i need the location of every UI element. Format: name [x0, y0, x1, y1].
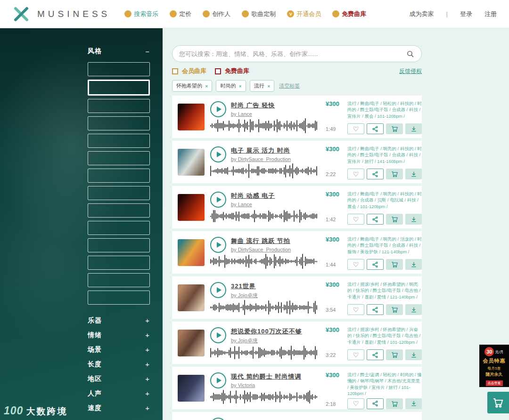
add-to-cart-button[interactable] — [386, 349, 403, 360]
song-artist-link[interactable]: by DirtySauce_Production — [231, 156, 291, 162]
waveform[interactable] — [210, 345, 320, 361]
sidebar-section-toggle[interactable]: 速度 + — [88, 401, 150, 415]
play-button[interactable] — [210, 237, 226, 253]
song-artist-link[interactable]: by Lance — [231, 202, 275, 207]
share-button[interactable] — [367, 349, 384, 360]
sidebar-section-toggle[interactable]: 地区 + — [88, 372, 150, 386]
genre-filter-button[interactable] — [88, 203, 150, 218]
free-library-label[interactable]: 免费曲库 — [225, 67, 249, 75]
share-button[interactable] — [367, 123, 384, 134]
download-button[interactable] — [405, 214, 422, 225]
play-button[interactable] — [210, 101, 226, 117]
genre-filter-button[interactable] — [88, 62, 150, 76]
song-artist-link[interactable]: by DirtySauce_Production — [231, 247, 291, 252]
genre-filter-button[interactable] — [88, 221, 150, 235]
membership-promo-ad[interactable]: 30 元/月 会员特惠 每月5首 随片永久 点击查看 — [479, 345, 509, 387]
waveform[interactable] — [210, 253, 320, 269]
song-tags[interactable]: 流行 / 爵士/蓝调 / 轻松的 / 时尚的 / 慵懒的 / 钢琴/电钢琴 / … — [347, 372, 422, 397]
add-to-cart-button[interactable] — [386, 304, 403, 315]
favorite-button[interactable]: ♡ — [347, 123, 364, 134]
filter-tag[interactable]: 流行 × — [250, 80, 274, 92]
play-button[interactable] — [210, 146, 226, 162]
nav-item[interactable]: 歌曲定制 — [242, 10, 276, 18]
download-button[interactable] — [405, 398, 422, 409]
sidebar-section-toggle[interactable]: 场景 + — [88, 342, 150, 357]
song-title-link[interactable]: 时尚 动感 电子 — [231, 192, 275, 200]
song-tags[interactable]: 流行 / 舞曲/电子 / 明亮的 / 科技的 / 时尚的 / 爵士鼓/电子鼓 /… — [347, 145, 422, 166]
song-artist-link[interactable]: by Victoria — [231, 382, 301, 388]
sidebar-section-toggle[interactable]: 情绪 + — [88, 328, 150, 342]
genre-filter-button[interactable] — [88, 186, 150, 200]
nav-item[interactable]: 免费曲库 — [332, 10, 366, 18]
download-button[interactable] — [405, 123, 422, 134]
search-input[interactable] — [179, 50, 405, 57]
favorite-button[interactable]: ♡ — [347, 214, 364, 225]
nav-item[interactable]: 定价 — [170, 10, 191, 18]
genre-filter-button[interactable] — [88, 273, 150, 287]
register-link[interactable]: 注册 — [484, 10, 497, 18]
download-button[interactable] — [405, 169, 422, 179]
add-to-cart-button[interactable] — [386, 259, 403, 270]
search-button[interactable] — [405, 49, 415, 58]
song-title-link[interactable]: 现代 简约爵士 时尚情调 — [231, 372, 301, 381]
share-button[interactable] — [367, 169, 384, 179]
waveform[interactable] — [210, 389, 320, 405]
member-library-checkbox[interactable] — [172, 68, 178, 74]
genre-filter-button[interactable] — [88, 80, 150, 96]
share-button[interactable] — [367, 214, 384, 225]
favorite-button[interactable]: ♡ — [347, 349, 364, 360]
login-link[interactable]: 登录 — [460, 10, 472, 18]
song-tags[interactable]: 流行 / 摇滚/乡村 / 怀抱希望的 / 明亮的 / 快乐的 / 爵士鼓/电子鼓… — [347, 281, 422, 301]
genre-filter-button[interactable] — [88, 99, 150, 113]
clear-tags-link[interactable]: 清空标签 — [279, 82, 300, 89]
become-seller-link[interactable]: 成为卖家 — [410, 10, 434, 18]
floating-cart-button[interactable] — [487, 392, 509, 413]
song-tags[interactable]: 流行 / 舞曲/电子 / 明亮的 / 科技的 / 时尚的 / 合成器 / 贝斯 … — [347, 191, 422, 211]
sidebar-section-toggle[interactable]: 风格 − — [88, 44, 150, 58]
download-button[interactable] — [405, 349, 422, 360]
play-button[interactable] — [210, 282, 226, 298]
song-title-link[interactable]: 想说爱你100万次还不够 — [231, 327, 302, 336]
waveform[interactable] — [210, 118, 320, 134]
add-to-cart-button[interactable] — [386, 398, 403, 409]
sidebar-section-toggle[interactable]: 乐器 + — [88, 313, 150, 328]
song-title-link[interactable]: 电子 展示 活力 时尚 — [231, 146, 291, 155]
play-button[interactable] — [210, 192, 226, 208]
song-tags[interactable]: 流行 / 舞曲/电子 / 明亮的 / 活泼的 / 时尚的 / 爵士鼓/电子鼓 /… — [347, 236, 422, 256]
genre-filter-button[interactable] — [88, 169, 150, 183]
sidebar-section-toggle[interactable]: 长度 + — [88, 357, 150, 372]
download-button[interactable] — [405, 304, 422, 315]
genre-filter-button[interactable] — [88, 238, 150, 252]
genre-filter-button[interactable] — [88, 256, 150, 270]
report-infringement-link[interactable]: 反馈侵权 — [399, 67, 422, 75]
song-tags[interactable]: 流行 / 摇滚/乡村 / 怀抱希望的 / 兴奋的 / 快乐的 / 爵士鼓/电子鼓… — [347, 326, 422, 347]
waveform[interactable] — [210, 299, 320, 315]
song-title-link[interactable]: 321世界 — [231, 282, 258, 291]
genre-filter-button[interactable] — [88, 291, 150, 305]
brand-logo[interactable]: MUSINESS — [12, 6, 110, 22]
sidebar-section-toggle[interactable]: 人声 + — [88, 386, 150, 401]
play-button[interactable] — [210, 372, 226, 388]
song-title-link[interactable]: 舞曲 流行 跳跃 节拍 — [231, 237, 291, 245]
member-library-label[interactable]: 会员曲库 — [182, 67, 206, 75]
remove-tag-icon[interactable]: × — [205, 83, 208, 89]
song-artist-link[interactable]: by Jojo卓境 — [231, 292, 258, 299]
genre-filter-button[interactable] — [88, 116, 150, 130]
song-title-link[interactable]: 时尚 广告 轻快 — [231, 101, 275, 110]
song-artist-link[interactable]: by Lance — [231, 111, 275, 117]
favorite-button[interactable]: ♡ — [347, 304, 364, 315]
remove-tag-icon[interactable]: × — [238, 83, 241, 89]
nav-item[interactable]: 创作人 — [203, 10, 230, 18]
song-artist-link[interactable]: by Jojo卓境 — [231, 337, 302, 344]
nav-item[interactable]: 搜索音乐 — [124, 10, 158, 18]
download-button[interactable] — [405, 259, 422, 270]
share-button[interactable] — [367, 398, 384, 409]
genre-filter-button[interactable] — [88, 134, 150, 148]
filter-tag[interactable]: 怀抱希望的 × — [172, 80, 212, 92]
add-to-cart-button[interactable] — [386, 169, 403, 179]
favorite-button[interactable]: ♡ — [347, 169, 364, 179]
free-library-checkbox[interactable] — [215, 68, 221, 74]
waveform[interactable] — [210, 208, 320, 224]
share-button[interactable] — [367, 304, 384, 315]
favorite-button[interactable]: ♡ — [347, 259, 364, 270]
